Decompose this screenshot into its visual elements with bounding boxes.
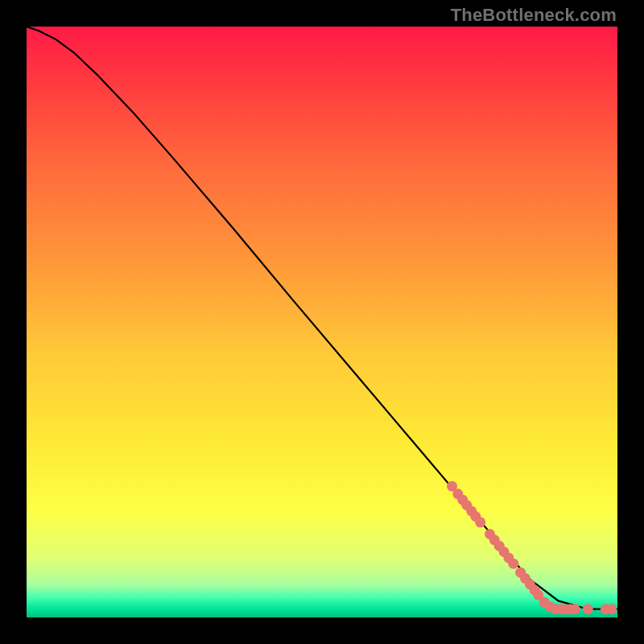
chart-svg — [27, 27, 617, 617]
highlight-point — [570, 604, 580, 614]
highlight-points-group — [447, 481, 617, 615]
main-curve — [27, 27, 617, 609]
highlight-point — [583, 604, 593, 614]
watermark-text: TheBottleneck.com — [451, 5, 617, 26]
plot-area — [27, 27, 617, 617]
highlight-point — [606, 604, 617, 614]
highlight-point — [475, 517, 485, 527]
highlight-point — [508, 559, 518, 569]
